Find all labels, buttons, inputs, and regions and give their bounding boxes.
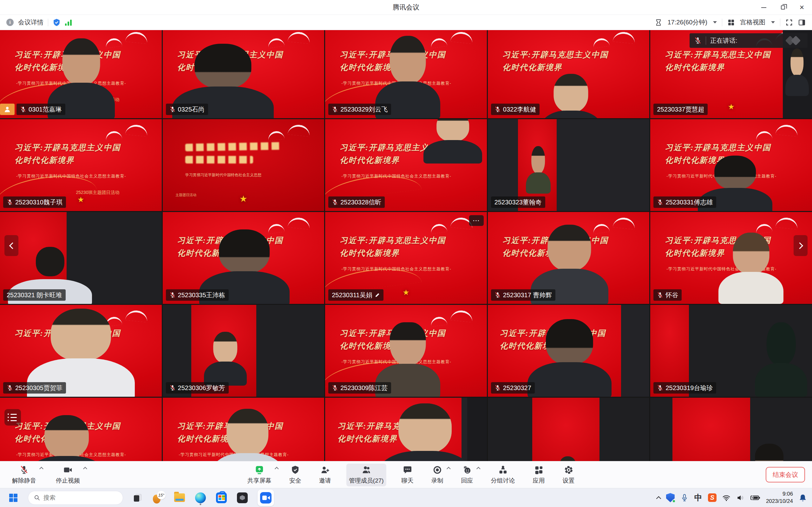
app-icon-dark[interactable]: [236, 491, 249, 505]
file-explorer-icon[interactable]: [173, 491, 186, 505]
share-screen-button[interactable]: 共享屏幕: [245, 464, 274, 487]
person-silhouette: [744, 444, 795, 461]
unmute-button[interactable]: 解除静音: [9, 464, 39, 487]
video-tile[interactable]: 学习贯彻习近平新时代中国特色社会主义思想主题团日活动★: [163, 119, 324, 211]
tile-more-button[interactable]: ⋯: [469, 215, 484, 226]
search-icon: [34, 495, 40, 501]
notification-bell-icon[interactable]: [799, 494, 807, 502]
edit-name-icon[interactable]: [374, 292, 380, 298]
video-tile[interactable]: 习近平:开辟马克思主义中国化时代化新境界-学习贯彻习近平新时代中国特色社会主义思…: [163, 398, 324, 461]
video-tile[interactable]: 25230321 朗卡旺堆: [0, 212, 162, 304]
video-tile[interactable]: 习近平:开辟马克思主义中国化时代化新境界 0322李航健: [488, 30, 650, 118]
person-silhouette: [210, 409, 285, 461]
star-decoration: ★: [240, 193, 247, 204]
mic-muted-icon: [332, 199, 338, 205]
react-options-chevron[interactable]: [476, 467, 480, 471]
timer-dropdown[interactable]: [713, 21, 717, 23]
pc-manager-tray-icon[interactable]: [666, 493, 675, 502]
person-silhouette: [718, 233, 783, 304]
apps-grid-icon: [534, 465, 544, 475]
agenda-list-button[interactable]: [4, 409, 21, 426]
participant-nametag: 25230319台瑜珍: [653, 382, 716, 394]
invite-button[interactable]: 邀请: [316, 464, 334, 487]
meeting-header-bar: i 会议详情 17:26(60分钟) 宫格视图: [0, 15, 812, 30]
video-tile[interactable]: 习近平:开辟马克思主义中国化时代化新境界-学习贯彻习近平新时代中国特色社会主义思…: [325, 212, 487, 304]
person-silhouette: [553, 456, 583, 461]
video-tile[interactable]: 习近平:开辟马克思主义中国化时代化新境界: [325, 398, 487, 461]
mic-muted-icon: [657, 385, 663, 391]
wifi-icon[interactable]: [722, 494, 730, 502]
video-tile[interactable]: [488, 398, 650, 461]
breakout-button[interactable]: 分组讨论: [489, 464, 518, 487]
react-button[interactable]: 回应: [459, 464, 476, 487]
task-view-button[interactable]: [131, 491, 144, 505]
next-page-button[interactable]: [794, 235, 808, 256]
volume-icon[interactable]: [736, 494, 745, 502]
video-tile[interactable]: 25230323董翰奇: [488, 119, 650, 211]
star-decoration: ★: [403, 288, 409, 297]
chat-button[interactable]: 聊天: [399, 464, 416, 487]
view-mode-selector[interactable]: 宫格视图: [740, 18, 765, 26]
taskbar-search[interactable]: [28, 491, 123, 505]
apps-button[interactable]: 应用: [530, 464, 548, 487]
unmute-options-chevron[interactable]: [39, 467, 44, 471]
record-options-chevron[interactable]: [447, 467, 451, 471]
video-tile[interactable]: 习近平:开辟马克思主义中国化时代化新境界-学习贯彻习近平新时代中国特色社会主义思…: [325, 305, 487, 397]
video-tile[interactable]: [650, 398, 812, 461]
star-decoration: ★: [78, 195, 84, 204]
person-add-icon: [320, 465, 330, 475]
video-tile[interactable]: 习近平:开辟马克思主义中国化时代化新境界-学习贯彻习近平新时代中国特色社会主义思…: [325, 30, 487, 118]
clock[interactable]: 9:06 2023/10/24: [766, 491, 793, 505]
restore-button[interactable]: [774, 1, 791, 14]
microsoft-store-icon[interactable]: [215, 491, 228, 505]
ime-indicator[interactable]: 中: [694, 494, 702, 502]
edge-browser-icon[interactable]: [194, 491, 207, 505]
participant-nametag: 25230317 曹帅辉: [491, 289, 556, 301]
tray-expand-chevron[interactable]: [656, 496, 661, 501]
video-tile[interactable]: 习近平:开辟马克思主义中国化时代化新境界 0325石尚: [163, 30, 324, 118]
share-options-chevron[interactable]: [275, 467, 279, 471]
tencent-meeting-app-icon[interactable]: [257, 491, 275, 505]
person-silhouette: [377, 403, 473, 461]
video-tile[interactable]: 习近平:开辟马克思主义中国化时代化新境界-学习贯彻习近平新时代中国特色社会主义思…: [0, 119, 162, 211]
security-shield-icon[interactable]: [53, 18, 61, 26]
mic-muted-icon: [169, 385, 176, 391]
video-options-chevron[interactable]: [83, 467, 87, 471]
start-button[interactable]: [7, 491, 20, 505]
video-tile[interactable]: 25230319台瑜珍: [650, 305, 812, 397]
sogou-input-icon[interactable]: S: [708, 493, 716, 502]
weather-widget[interactable]: 15°: [152, 491, 165, 505]
battery-icon[interactable]: [750, 494, 760, 502]
view-dropdown[interactable]: [771, 21, 775, 23]
participant-nametag: 25230329刘云飞: [328, 104, 391, 115]
video-tile[interactable]: 习近平:开辟马克思主义中国化时代化新境界-学习贯彻习近平新时代中国特色社会主义思…: [650, 119, 812, 211]
search-input[interactable]: [44, 494, 107, 501]
meeting-details-link[interactable]: 会议详情: [18, 18, 44, 26]
video-tile[interactable]: 习近平:开辟马克思主义中国化时代化新境界-学习贯彻习近平新时代中国特色社会主义思…: [325, 119, 487, 211]
video-tile[interactable]: 习近平:开辟马克思主义中国化时代化新境界 25230317 曹帅辉: [488, 212, 650, 304]
fullscreen-icon[interactable]: [785, 19, 793, 26]
person-silhouette: [526, 146, 551, 193]
video-tile[interactable]: 习近平:开辟马克思主义中国 25230305贾贺菲: [0, 305, 162, 397]
manage-members-button[interactable]: 管理成员(27): [346, 464, 386, 487]
video-tile[interactable]: 习近平:开辟马克思主义中国化时代化新境界-学习贯彻习近平新时代中国特色社会主义思…: [650, 212, 812, 304]
video-tile[interactable]: 习近平:开辟马克思主义中国化时代化新境界-学习贯彻习近平新时代中国特色社会主义思…: [0, 398, 162, 461]
mic-tray-icon[interactable]: [680, 494, 689, 502]
stop-video-button[interactable]: 停止视频: [53, 464, 83, 487]
video-tile[interactable]: 习近平:开辟马克思主义中国化时代化新境界★ 25230335王沛栋: [163, 212, 324, 304]
minimize-button[interactable]: [756, 1, 772, 14]
video-tile[interactable]: 习近平:开辟马克思主义中国化时代化新境界-学习贯彻习近平新时代中国特色社会主义思…: [0, 30, 162, 118]
close-button[interactable]: ✕: [794, 1, 810, 14]
security-button[interactable]: 安全: [287, 464, 304, 487]
prev-page-button[interactable]: [4, 235, 18, 256]
window-titlebar: 腾讯会议 ✕: [0, 0, 812, 15]
network-signal-icon[interactable]: [65, 19, 72, 26]
person-silhouette: [27, 415, 106, 461]
video-tile[interactable]: 习近平:开辟马克思主义中国化时代化新境界 25230327: [488, 305, 650, 397]
record-button[interactable]: 录制: [429, 464, 446, 487]
side-panel-icon[interactable]: [798, 19, 806, 26]
settings-button[interactable]: 设置: [560, 464, 577, 487]
end-meeting-button[interactable]: 结束会议: [766, 467, 805, 483]
participant-nametag: 怀谷: [653, 289, 681, 301]
video-tile[interactable]: 25230306罗敏芳: [163, 305, 324, 397]
